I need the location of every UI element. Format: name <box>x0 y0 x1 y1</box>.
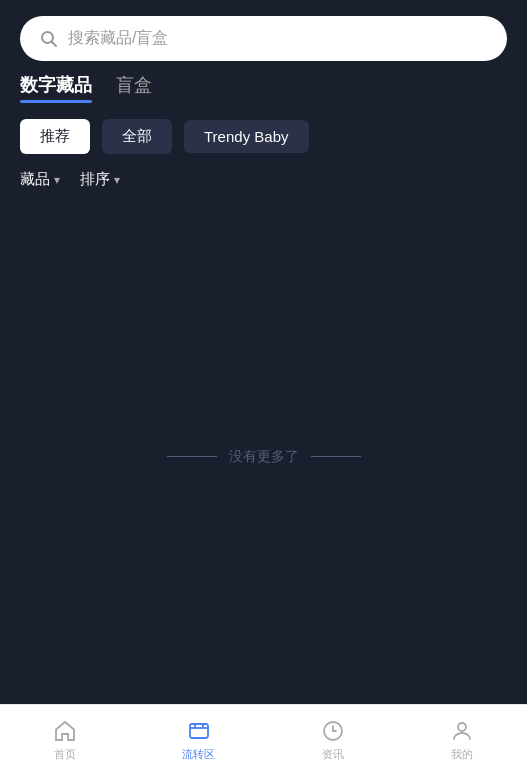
sort-row: 藏品 ▾ 排序 ▾ <box>0 170 527 189</box>
svg-line-1 <box>52 41 57 46</box>
empty-line-left <box>167 456 217 457</box>
main-content: 搜索藏品/盲盒 数字藏品 盲盒 推荐 全部 Trendy Baby 藏品 ▾ 排… <box>0 0 527 704</box>
nav-label-home: 首页 <box>54 747 76 762</box>
nav-label-market: 流转区 <box>182 747 215 762</box>
svg-rect-2 <box>190 724 208 738</box>
sort-collection[interactable]: 藏品 ▾ <box>20 170 60 189</box>
bottom-nav: 首页 流转区 资讯 我的 <box>0 704 527 776</box>
empty-line-right <box>311 456 361 457</box>
chevron-down-collection-icon: ▾ <box>54 173 60 187</box>
sort-order[interactable]: 排序 ▾ <box>80 170 120 189</box>
mine-icon <box>450 719 474 743</box>
svg-point-7 <box>458 723 466 731</box>
chip-trendy-baby[interactable]: Trendy Baby <box>184 120 309 153</box>
nav-item-mine[interactable]: 我的 <box>434 711 490 770</box>
nav-label-mine: 我的 <box>451 747 473 762</box>
nav-item-market[interactable]: 流转区 <box>166 711 231 770</box>
home-icon <box>53 719 77 743</box>
news-icon <box>321 719 345 743</box>
empty-message: 没有更多了 <box>229 448 299 466</box>
chip-all[interactable]: 全部 <box>102 119 172 154</box>
tabs-row: 数字藏品 盲盒 <box>0 73 527 103</box>
tab-digital[interactable]: 数字藏品 <box>20 73 92 103</box>
search-placeholder: 搜索藏品/盲盒 <box>68 28 168 49</box>
empty-text-container: 没有更多了 <box>167 448 361 466</box>
nav-item-home[interactable]: 首页 <box>37 711 93 770</box>
chevron-down-order-icon: ▾ <box>114 173 120 187</box>
search-bar-wrapper: 搜索藏品/盲盒 <box>0 0 527 73</box>
tab-blindbox[interactable]: 盲盒 <box>116 73 152 103</box>
empty-state: 没有更多了 <box>0 209 527 704</box>
filter-chips: 推荐 全部 Trendy Baby <box>0 119 527 154</box>
market-icon <box>187 719 211 743</box>
search-bar[interactable]: 搜索藏品/盲盒 <box>20 16 507 61</box>
search-icon <box>40 30 58 48</box>
nav-item-news[interactable]: 资讯 <box>305 711 361 770</box>
chip-recommend[interactable]: 推荐 <box>20 119 90 154</box>
nav-label-news: 资讯 <box>322 747 344 762</box>
